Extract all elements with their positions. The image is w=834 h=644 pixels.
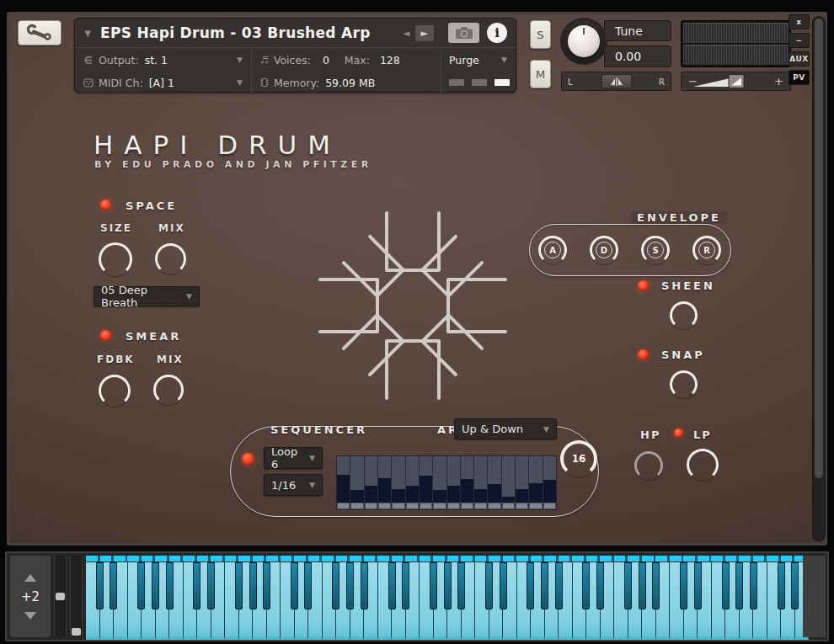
- black-key[interactable]: [235, 562, 243, 609]
- black-key[interactable]: [750, 562, 757, 609]
- black-key[interactable]: [249, 562, 257, 609]
- octave-down-icon[interactable]: [24, 612, 36, 620]
- sequencer-step[interactable]: [447, 456, 461, 509]
- sequencer-step[interactable]: [433, 456, 446, 509]
- black-key[interactable]: [485, 562, 493, 609]
- sequencer-step[interactable]: [350, 456, 364, 509]
- mute-button[interactable]: M: [530, 60, 551, 88]
- black-key[interactable]: [193, 562, 200, 609]
- snapshot-button[interactable]: [448, 23, 479, 43]
- black-key[interactable]: [457, 562, 465, 609]
- black-key[interactable]: [110, 562, 117, 609]
- aux-button[interactable]: aux: [789, 51, 810, 67]
- smear-mix-knob[interactable]: [153, 375, 184, 405]
- arp-mode-dropdown[interactable]: Up & Down ▼: [454, 418, 557, 439]
- black-key[interactable]: [152, 562, 159, 609]
- fader-handle-right[interactable]: [72, 628, 81, 636]
- step-count-knob[interactable]: 16: [560, 440, 597, 477]
- black-key[interactable]: [332, 562, 339, 609]
- black-key[interactable]: [735, 562, 743, 609]
- hp-cutoff-knob[interactable]: [634, 451, 663, 480]
- black-key[interactable]: [527, 562, 534, 609]
- black-key[interactable]: [541, 562, 548, 609]
- sequencer-step[interactable]: [420, 456, 433, 509]
- sequencer-step[interactable]: [461, 456, 474, 509]
- black-key[interactable]: [263, 562, 270, 609]
- step-sequencer[interactable]: [336, 455, 557, 510]
- rate-dropdown[interactable]: 1/16 ▼: [264, 474, 323, 496]
- lp-cutoff-knob[interactable]: [687, 449, 719, 481]
- black-key[interactable]: [722, 562, 730, 609]
- black-key[interactable]: [346, 562, 354, 609]
- sequencer-step[interactable]: [474, 456, 488, 509]
- sequencer-step[interactable]: [488, 456, 501, 509]
- space-size-knob[interactable]: [99, 242, 132, 276]
- black-key[interactable]: [778, 562, 785, 609]
- pv-button[interactable]: pv: [789, 70, 810, 85]
- sequencer-step[interactable]: [502, 456, 516, 509]
- preset-title[interactable]: EPS Hapi Drum - 03 Brushed Arp: [100, 24, 398, 41]
- black-key[interactable]: [430, 562, 437, 609]
- output-selector[interactable]: Output: st. 1 ▼: [75, 49, 252, 71]
- solo-button[interactable]: S: [530, 20, 551, 49]
- black-key[interactable]: [207, 562, 215, 609]
- close-button[interactable]: x: [789, 14, 810, 29]
- keyboard-fader-right[interactable]: [70, 556, 83, 637]
- black-key[interactable]: [582, 562, 590, 609]
- black-key[interactable]: [694, 562, 702, 609]
- piano-keyboard[interactable]: [86, 556, 809, 640]
- envelope-release-knob[interactable]: R: [692, 236, 721, 264]
- sequencer-step[interactable]: [516, 456, 529, 509]
- envelope-attack-knob[interactable]: A: [538, 236, 567, 264]
- sequencer-step[interactable]: [365, 456, 378, 509]
- info-button[interactable]: i: [487, 23, 507, 43]
- envelope-decay-knob[interactable]: D: [590, 236, 618, 264]
- vertical-scrollbar[interactable]: [812, 16, 826, 541]
- black-key[interactable]: [652, 562, 660, 609]
- sequencer-step[interactable]: [406, 456, 420, 509]
- black-key[interactable]: [791, 562, 799, 609]
- envelope-sustain-knob[interactable]: S: [641, 236, 670, 264]
- sequencer-step[interactable]: [337, 456, 350, 509]
- tune-knob[interactable]: [560, 18, 607, 65]
- black-key[interactable]: [166, 562, 174, 609]
- black-key[interactable]: [444, 562, 452, 609]
- black-key[interactable]: [304, 562, 312, 609]
- space-led[interactable]: [100, 200, 111, 210]
- pan-slider[interactable]: L R: [561, 72, 671, 91]
- black-key[interactable]: [291, 562, 298, 609]
- black-key[interactable]: [680, 562, 687, 609]
- sequencer-led[interactable]: [242, 453, 254, 466]
- black-key[interactable]: [96, 562, 104, 609]
- snap-led[interactable]: [638, 349, 649, 360]
- snap-knob[interactable]: [670, 370, 698, 398]
- space-mix-knob[interactable]: [155, 243, 186, 274]
- filter-led[interactable]: [674, 428, 683, 438]
- prev-preset-arrow[interactable]: ◄: [398, 28, 414, 39]
- volume-slider[interactable]: − +: [681, 72, 791, 91]
- black-key[interactable]: [624, 562, 632, 609]
- black-key[interactable]: [361, 562, 368, 609]
- tune-value[interactable]: 0.00: [604, 45, 671, 67]
- space-ir-dropdown[interactable]: 05 Deep Breath ▼: [94, 286, 200, 306]
- sequencer-step[interactable]: [392, 456, 405, 509]
- sheen-knob[interactable]: [670, 301, 698, 329]
- black-key[interactable]: [639, 562, 646, 609]
- smear-fdbk-knob[interactable]: [99, 375, 131, 407]
- black-key[interactable]: [402, 562, 409, 609]
- sequencer-step[interactable]: [378, 456, 392, 509]
- black-key[interactable]: [137, 562, 145, 609]
- midi-channel-selector[interactable]: MIDI Ch: [A] 1 ▼: [75, 72, 252, 93]
- keyboard-fader-left[interactable]: [54, 556, 67, 637]
- preset-dropdown-caret[interactable]: ▼: [75, 29, 100, 38]
- scrollbar-thumb[interactable]: [815, 19, 823, 478]
- edit-instrument-button[interactable]: [18, 20, 61, 45]
- smear-led[interactable]: [100, 330, 111, 341]
- sequencer-step[interactable]: [529, 456, 543, 509]
- pan-handle[interactable]: [601, 74, 632, 88]
- black-key[interactable]: [388, 562, 396, 609]
- black-key[interactable]: [555, 562, 563, 609]
- loop-length-dropdown[interactable]: Loop 6 ▼: [264, 447, 323, 469]
- purge-menu[interactable]: Purge ▼: [441, 49, 516, 71]
- minimize-button[interactable]: −: [789, 33, 810, 48]
